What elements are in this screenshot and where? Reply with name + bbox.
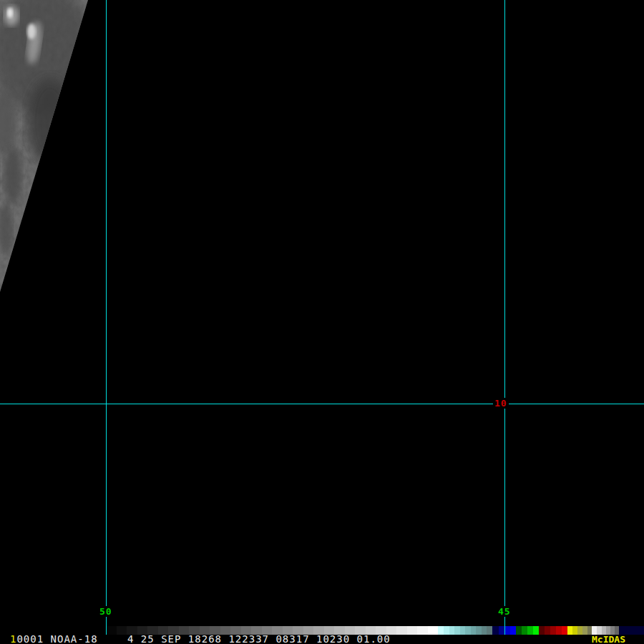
longitude-label-50: 50 <box>98 606 114 617</box>
colorbar-segment <box>407 626 418 635</box>
colorbar-segment <box>465 626 471 635</box>
map-gridline-meridian-45 <box>504 0 505 635</box>
colorbar-segment <box>117 626 127 635</box>
colorbar-segment <box>545 626 550 635</box>
colorbar-segment <box>516 626 522 635</box>
colorbar-segment <box>533 626 539 635</box>
colorbar-segment <box>471 626 476 635</box>
frame-and-satellite-id: 10001 NOAA-18 <box>10 635 98 644</box>
colorbar-segment <box>460 626 465 635</box>
longitude-label-45: 45 <box>497 606 512 617</box>
colorbar-segment <box>492 626 499 635</box>
colorbar-segment <box>572 626 577 635</box>
colorbar-segment <box>505 626 510 635</box>
colorbar-segment <box>428 626 439 635</box>
colorbar-segment <box>527 626 533 635</box>
colorbar-segment <box>567 626 572 635</box>
colorbar-segment <box>449 626 454 635</box>
colorbar-segment <box>539 626 545 635</box>
image-id-text: 0001 NOAA-18 <box>16 633 97 644</box>
map-gridline-parallel-10 <box>0 404 644 404</box>
colorbar-segment <box>438 626 444 635</box>
colorbar-segment <box>106 626 117 635</box>
colorbar-segment <box>510 626 516 635</box>
latitude-label-10: 10 <box>493 398 509 409</box>
image-display-area[interactable] <box>0 0 644 644</box>
colorbar-segment <box>522 626 527 635</box>
colorbar-segment <box>582 626 587 635</box>
mcidas-logo-text: McIDAS <box>592 635 625 644</box>
colorbar-segment <box>482 626 487 635</box>
colorbar-segment <box>417 626 428 635</box>
colorbar-segment <box>454 626 460 635</box>
colorbar-segment <box>476 626 482 635</box>
map-gridline-meridian-50 <box>106 0 107 635</box>
colorbar-segment <box>556 626 562 635</box>
colorbar-segment <box>550 626 556 635</box>
image-datetime-readout: 4 25 SEP 18268 122337 08317 10230 01.00 <box>127 635 391 644</box>
colorbar-segment <box>487 626 492 635</box>
colorbar-segment <box>562 626 567 635</box>
colorbar-segment <box>444 626 449 635</box>
colorbar-segment <box>577 626 582 635</box>
colorbar-segment <box>396 626 407 635</box>
satellite-image-swath <box>0 0 93 293</box>
